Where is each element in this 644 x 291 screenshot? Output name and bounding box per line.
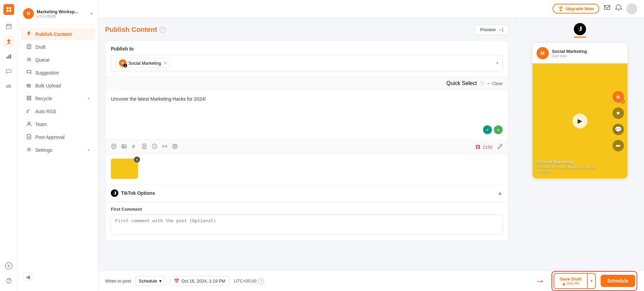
- nav-icon-calendar[interactable]: [3, 20, 15, 33]
- nav-icon-add[interactable]: [3, 260, 15, 272]
- magic-button[interactable]: [497, 143, 503, 151]
- bottom-bar: When to post Schedule ▾ 📅 Oct 16, 2024, …: [98, 271, 644, 291]
- tiktok-options-header[interactable]: TikTok Options ▲: [105, 185, 508, 202]
- play-button[interactable]: ▶: [572, 113, 587, 128]
- svg-rect-9: [6, 57, 8, 59]
- nav-item-settings[interactable]: Settings ▾: [20, 144, 95, 156]
- svg-rect-11: [10, 54, 11, 59]
- clear-button[interactable]: Clear: [492, 81, 503, 86]
- logo[interactable]: [3, 4, 14, 15]
- nav-label-suggestion: Suggestion: [35, 70, 59, 76]
- upgrade-label: Upgrade Now: [565, 6, 594, 11]
- svg-rect-14: [9, 84, 9, 88]
- svg-rect-12: [6, 86, 7, 88]
- page-header: Publish Content ? Preview →|: [105, 24, 508, 35]
- document-button[interactable]: [141, 143, 147, 151]
- publish-to-input[interactable]: M Social Marketing ✕: [111, 55, 503, 71]
- nav-icon-engage[interactable]: [3, 65, 15, 77]
- preview-tab-underline: [574, 37, 586, 38]
- save-draft-button[interactable]: Save Draft Only Me: [554, 273, 587, 289]
- nav-item-draft[interactable]: Draft: [20, 41, 95, 53]
- first-comment-label: First Comment: [111, 207, 503, 212]
- save-draft-dropdown-button[interactable]: ▾: [588, 273, 596, 289]
- spellcheck-icon-2[interactable]: G: [494, 125, 503, 134]
- user-avatar[interactable]: [626, 3, 637, 14]
- dropdown-chevron-icon: ▾: [496, 61, 498, 65]
- preview-tiktok-icon: [574, 23, 586, 35]
- nav-label-team: Team: [35, 122, 47, 127]
- upgrade-button[interactable]: 🏆 Upgrade Now: [552, 4, 599, 14]
- editor-text-content[interactable]: Uncover the latest Marketing Hacks for 2…: [111, 96, 503, 123]
- first-comment-input[interactable]: [111, 214, 503, 235]
- svg-rect-10: [8, 55, 9, 59]
- nav-icon-help[interactable]: [3, 275, 15, 287]
- nav-label-bulk: Bulk Upload: [35, 83, 61, 88]
- nav-item-bulk[interactable]: Bulk Upload: [20, 80, 95, 92]
- schedule-label: Schedule: [139, 278, 157, 284]
- workspace-name: Marketing Worksp...: [37, 9, 78, 14]
- suggestion-icon: [26, 70, 32, 76]
- nav-item-queue[interactable]: Queue: [20, 54, 95, 66]
- svg-rect-28: [29, 84, 31, 86]
- workspace-chevron-icon[interactable]: ▾: [90, 11, 93, 16]
- page-title: Publish Content: [105, 26, 157, 34]
- nav-icon-analytics[interactable]: [3, 50, 15, 62]
- nav-item-autorss[interactable]: Auto RSS: [20, 105, 95, 118]
- svg-point-42: [115, 146, 115, 146]
- preview-avatar: M: [537, 47, 549, 59]
- timezone-help-icon[interactable]: ?: [258, 278, 264, 284]
- nav-label-settings: Settings: [35, 147, 53, 153]
- tiktok-options-title: TikTok Options: [111, 189, 155, 197]
- messages-icon[interactable]: [603, 4, 611, 13]
- date-picker-button[interactable]: 📅 Oct 16, 2024, 1:19 PM: [169, 276, 230, 286]
- schedule-select[interactable]: Schedule ▾: [135, 276, 165, 286]
- nav-item-publish[interactable]: Publish Content: [20, 28, 95, 40]
- nav-item-suggestion[interactable]: Suggestion: [20, 67, 95, 79]
- save-draft-sub: Only Me: [562, 282, 579, 285]
- tiktok-logo-icon: [111, 189, 118, 197]
- spellcheck-icon-1[interactable]: [483, 125, 492, 134]
- nav-icon-publish[interactable]: [3, 35, 15, 47]
- emoji-button[interactable]: [111, 143, 117, 151]
- help-icon[interactable]: ?: [160, 27, 166, 33]
- nav-icon-stats[interactable]: [3, 80, 15, 92]
- red-arrow-icon: →: [535, 276, 545, 287]
- preview-label: Preview: [480, 27, 496, 32]
- notifications-icon[interactable]: [615, 4, 622, 13]
- svg-point-41: [113, 146, 114, 146]
- timezone-value: UTC+05:00: [234, 278, 257, 284]
- media-remove-button[interactable]: ✕: [134, 157, 140, 163]
- quick-select-chevron-icon[interactable]: ▾: [487, 81, 489, 86]
- editor-text-span: Uncover the latest Marketing Hacks for 2…: [111, 96, 206, 102]
- char-count: 🗑 2156: [475, 144, 492, 150]
- svg-rect-34: [27, 134, 31, 139]
- nav-sidebar: M Marketing Worksp... UTC+05:00 ▾ Publis…: [18, 0, 98, 291]
- svg-rect-27: [27, 84, 28, 86]
- arrows-button[interactable]: [162, 143, 168, 151]
- quick-select-help-icon[interactable]: ?: [480, 81, 485, 86]
- text-editor-section[interactable]: Uncover the latest Marketing Hacks for 2…: [105, 90, 508, 140]
- draft-icon: [26, 44, 32, 50]
- trophy-icon: 🏆: [558, 6, 563, 11]
- preview-tab-tiktok[interactable]: [574, 23, 586, 38]
- preview-like-icon: ♥: [612, 107, 624, 119]
- schedule-button[interactable]: Schedule: [601, 275, 635, 287]
- nav-item-postapproval[interactable]: Post Approval: [20, 131, 95, 143]
- hashtag-button[interactable]: #: [131, 143, 137, 151]
- editor-card: Publish to M: [105, 40, 508, 241]
- schedule-chevron-icon: ▾: [159, 278, 162, 284]
- svg-point-35: [28, 149, 30, 150]
- workspace-header[interactable]: M Marketing Worksp... UTC+05:00 ▾: [18, 5, 98, 25]
- nav-item-team[interactable]: Team: [20, 118, 95, 130]
- publish-icon: [26, 31, 32, 37]
- preview-button[interactable]: Preview →|: [475, 24, 508, 35]
- nav-item-recycle[interactable]: Recycle ▾: [20, 92, 95, 105]
- clock-button[interactable]: [152, 143, 158, 151]
- collapse-sidebar-btn[interactable]: ◀: [23, 272, 33, 282]
- quick-select-label: Quick Select: [446, 80, 477, 86]
- ai-button[interactable]: [172, 143, 178, 151]
- nav-label-recycle: Recycle: [35, 96, 52, 101]
- svg-point-53: [174, 145, 176, 147]
- media-button[interactable]: [121, 143, 127, 151]
- tag-close-icon[interactable]: ✕: [164, 61, 167, 65]
